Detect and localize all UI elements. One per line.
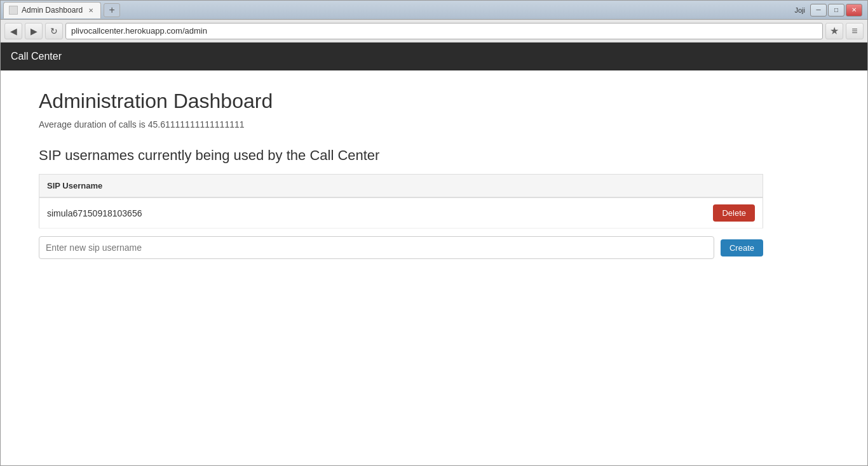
minimize-icon: ─ <box>816 6 820 13</box>
sip-username-cell: simula67150918103656 <box>39 197 687 229</box>
app-header: Call Center <box>1 43 867 70</box>
main-content: Administration Dashboard Average duratio… <box>1 70 867 465</box>
close-button[interactable]: ✕ <box>846 4 862 17</box>
tab-label: Admin Dashboard <box>22 6 83 15</box>
forward-icon: ▶ <box>31 26 37 36</box>
sip-table: SIP Username simula67150918103656 Delete <box>39 174 763 229</box>
back-button[interactable]: ◀ <box>4 23 22 39</box>
new-tab-button[interactable]: + <box>104 3 120 17</box>
new-tab-icon: + <box>109 4 114 16</box>
bookmark-button[interactable]: ★ <box>825 23 843 39</box>
section-title: SIP usernames currently being used by th… <box>39 147 829 164</box>
minimize-button[interactable]: ─ <box>810 4 827 17</box>
browser-window: Admin Dashboard ✕ + Joji ─ □ ✕ <box>0 0 868 466</box>
restore-icon: □ <box>834 6 838 13</box>
window-controls: ─ □ ✕ <box>810 4 862 17</box>
star-icon: ★ <box>830 25 839 37</box>
actions-cell: Delete <box>687 197 763 229</box>
browser-tab[interactable]: Admin Dashboard ✕ <box>3 2 101 18</box>
tab-close-button[interactable]: ✕ <box>86 6 95 15</box>
restore-button[interactable]: □ <box>828 4 844 17</box>
refresh-icon: ↻ <box>50 26 58 36</box>
forward-button[interactable]: ▶ <box>25 23 43 39</box>
tab-close-icon: ✕ <box>88 7 93 14</box>
nav-right-buttons: ★ ≡ <box>825 23 864 39</box>
nav-bar: ◀ ▶ ↻ ★ ≡ <box>1 20 867 43</box>
tab-favicon <box>9 6 18 15</box>
title-bar: Admin Dashboard ✕ + Joji ─ □ ✕ <box>1 1 867 20</box>
address-bar[interactable] <box>65 23 823 39</box>
table-header-row: SIP Username <box>39 175 763 198</box>
refresh-button[interactable]: ↻ <box>45 23 63 39</box>
window-user-label: Joji <box>794 6 805 14</box>
delete-button[interactable]: Delete <box>713 204 755 222</box>
table-row: simula67150918103656 Delete <box>39 197 763 229</box>
menu-icon: ≡ <box>851 25 857 37</box>
title-bar-left: Admin Dashboard ✕ + <box>3 2 120 18</box>
create-button[interactable]: Create <box>721 239 763 256</box>
column-header-actions <box>687 175 763 198</box>
app-header-title: Call Center <box>11 51 62 62</box>
browser-menu-button[interactable]: ≡ <box>846 23 864 39</box>
new-sip-input[interactable] <box>39 236 714 259</box>
avg-duration-text: Average duration of calls is 45.61111111… <box>39 119 829 130</box>
column-header-username: SIP Username <box>39 175 687 198</box>
back-icon: ◀ <box>10 26 17 36</box>
close-icon: ✕ <box>851 6 857 13</box>
page-title: Administration Dashboard <box>39 90 829 113</box>
create-row: Create <box>39 236 763 259</box>
